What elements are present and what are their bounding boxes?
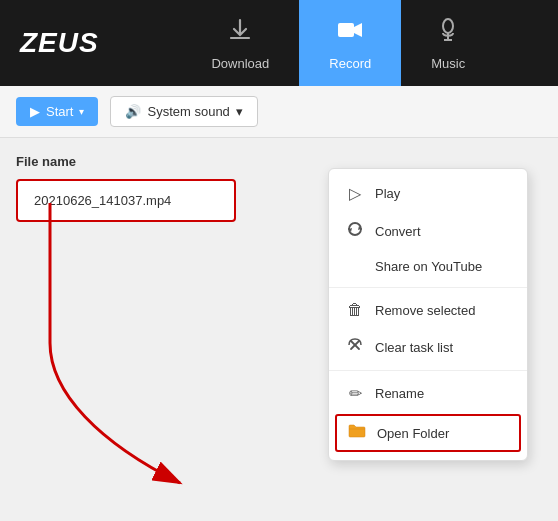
start-button[interactable]: ▶ Start ▾ (16, 97, 98, 126)
menu-play-label: Play (375, 186, 400, 201)
sound-label: System sound (147, 104, 229, 119)
menu-remove-label: Remove selected (375, 303, 475, 318)
header: ZEUS Download Record (0, 0, 558, 86)
file-name-label: File name (16, 154, 542, 169)
menu-item-rename[interactable]: ✏ Rename (329, 375, 527, 412)
menu-item-remove[interactable]: 🗑 Remove selected (329, 292, 527, 328)
record-icon (336, 16, 364, 50)
file-item[interactable]: 20210626_141037.mp4 (16, 179, 236, 222)
play-icon: ▶ (30, 104, 40, 119)
clear-icon (345, 337, 365, 357)
menu-item-open-folder[interactable]: Open Folder (335, 414, 521, 452)
svg-point-1 (443, 19, 453, 33)
menu-divider-1 (329, 287, 527, 288)
nav-tab-record[interactable]: Record (299, 0, 401, 86)
menu-share-label: Share on YouTube (375, 259, 482, 274)
music-icon (434, 16, 462, 50)
menu-item-share-youtube[interactable]: Share on YouTube (329, 250, 527, 283)
arrow-indicator (20, 193, 250, 513)
folder-icon (347, 423, 367, 443)
menu-item-play[interactable]: ▷ Play (329, 175, 527, 212)
nav-tab-download[interactable]: Download (181, 0, 299, 86)
svg-rect-0 (338, 23, 354, 37)
play-menu-icon: ▷ (345, 184, 365, 203)
download-tab-label: Download (211, 56, 269, 71)
nav-tabs: Download Record Music (181, 0, 495, 86)
menu-convert-label: Convert (375, 224, 421, 239)
menu-clear-label: Clear task list (375, 340, 453, 355)
nav-tab-music[interactable]: Music (401, 0, 495, 86)
download-icon (226, 16, 254, 50)
menu-item-clear[interactable]: Clear task list (329, 328, 527, 366)
trash-icon: 🗑 (345, 301, 365, 319)
toolbar: ▶ Start ▾ 🔊 System sound ▾ (0, 86, 558, 138)
start-label: Start (46, 104, 73, 119)
menu-rename-label: Rename (375, 386, 424, 401)
content-area: File name 20210626_141037.mp4 ▷ Play (0, 138, 558, 521)
context-menu: ▷ Play Convert Share on YouTube 🗑 Re (328, 168, 528, 461)
sound-icon: 🔊 (125, 104, 141, 119)
start-chevron-icon: ▾ (79, 106, 84, 117)
system-sound-button[interactable]: 🔊 System sound ▾ (110, 96, 257, 127)
rename-icon: ✏ (345, 384, 365, 403)
menu-item-convert[interactable]: Convert (329, 212, 527, 250)
menu-open-folder-label: Open Folder (377, 426, 449, 441)
record-tab-label: Record (329, 56, 371, 71)
logo: ZEUS (20, 27, 99, 59)
music-tab-label: Music (431, 56, 465, 71)
sound-chevron-icon: ▾ (236, 104, 243, 119)
convert-icon (345, 221, 365, 241)
menu-divider-2 (329, 370, 527, 371)
